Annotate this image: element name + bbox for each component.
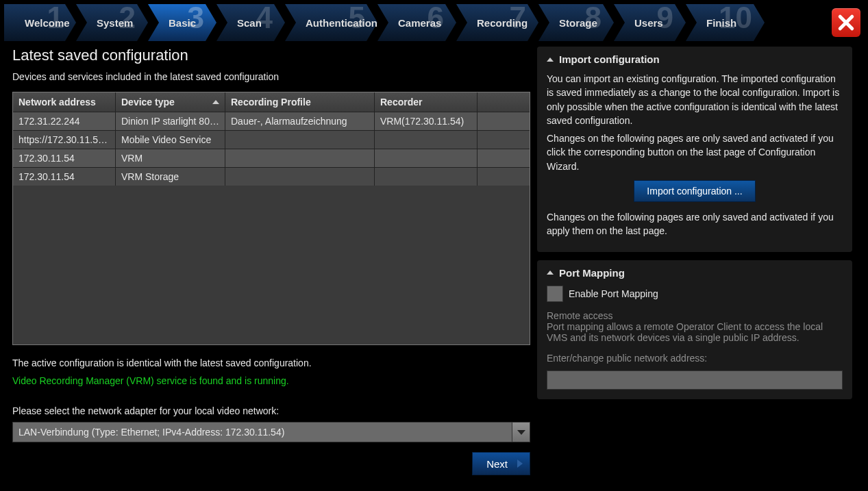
step-label: Scan — [237, 17, 262, 29]
status-identical: The active configuration is identical wi… — [12, 357, 530, 368]
col-recorder[interactable]: Recorder — [375, 92, 478, 112]
enable-port-mapping-label: Enable Port Mapping — [569, 288, 658, 299]
enable-port-mapping-checkbox[interactable] — [547, 286, 563, 302]
page-subtitle: Devices and services included in the lat… — [12, 71, 530, 82]
port-mapping-panel: Port Mapping Enable Port Mapping Remote … — [537, 260, 852, 399]
cell-addr: 172.31.22.244 — [13, 112, 116, 130]
adapter-select[interactable]: LAN-Verbindung (Type: Ethernet; IPv4-Add… — [12, 422, 530, 442]
close-button[interactable] — [832, 8, 860, 37]
adapter-label: Please select the network adapter for yo… — [12, 405, 530, 416]
remote-access-label: Remote access — [547, 310, 843, 321]
cell-pad — [478, 131, 493, 149]
step-label: Recording — [477, 17, 528, 29]
import-config-button[interactable]: Import configuration ... — [634, 180, 755, 202]
step-label: Welcome — [25, 17, 70, 29]
cell-type: VRM — [116, 149, 225, 167]
table-row[interactable]: 172.30.11.54VRM Storage — [13, 167, 530, 186]
import-desc-1: You can import an existing configuration… — [547, 72, 843, 127]
chevron-down-icon — [517, 430, 525, 435]
col-extra[interactable] — [478, 92, 493, 112]
next-button[interactable]: Next — [472, 452, 530, 475]
page-title: Latest saved configuration — [12, 47, 530, 64]
cell-pad — [478, 112, 493, 130]
step-label: Basic — [169, 17, 196, 29]
step-label: Storage — [559, 17, 597, 29]
step-label: System — [97, 17, 133, 29]
step-storage[interactable]: 8Storage — [538, 4, 614, 41]
step-system[interactable]: 2System — [76, 4, 148, 41]
public-address-label: Enter/change public network address: — [547, 353, 843, 364]
step-authentication[interactable]: 5Authentication — [285, 4, 377, 41]
table-row[interactable]: https://172.30.11.54/mvsMobile Video Ser… — [13, 130, 530, 149]
wizard-stepper: 1Welcome2System3Basic4Scan5Authenticatio… — [4, 4, 864, 41]
cell-pad — [478, 149, 493, 167]
chevron-up-icon — [547, 58, 554, 62]
cell-type: Dinion IP starlight 8000 M — [116, 112, 225, 130]
cell-type: VRM Storage — [116, 168, 225, 186]
public-address-input[interactable] — [547, 370, 843, 390]
cell-pad — [478, 168, 493, 186]
step-basic[interactable]: 3Basic — [148, 4, 216, 41]
cell-rec: VRM(172.30.11.54) — [375, 112, 478, 130]
table-header-row: Network address Device type Recording Pr… — [13, 92, 530, 112]
col-recording-profile[interactable]: Recording Profile — [225, 92, 375, 112]
cell-rec — [375, 149, 478, 167]
sort-asc-icon — [212, 100, 219, 104]
port-mapping-desc: Port mapping allows a remote Operator Cl… — [547, 321, 843, 343]
step-users[interactable]: 9Users — [614, 4, 686, 41]
cell-rec — [375, 168, 478, 186]
cell-addr: 172.30.11.54 — [13, 168, 116, 186]
cell-addr: 172.30.11.54 — [13, 149, 116, 167]
step-welcome[interactable]: 1Welcome — [4, 4, 76, 41]
import-desc-2: Changes on the following pages are only … — [547, 131, 843, 173]
cell-profile — [225, 168, 375, 186]
step-label: Authentication — [306, 17, 377, 29]
step-recording[interactable]: 7Recording — [456, 4, 538, 41]
table-row[interactable]: 172.31.22.244Dinion IP starlight 8000 MD… — [13, 112, 530, 130]
import-panel-header[interactable]: Import configuration — [547, 53, 843, 65]
adapter-dropdown-button[interactable] — [512, 423, 530, 442]
col-device-type[interactable]: Device type — [116, 92, 225, 112]
adapter-selected-value: LAN-Verbindung (Type: Ethernet; IPv4-Add… — [13, 427, 512, 438]
step-label: Users — [634, 17, 663, 29]
step-scan[interactable]: 4Scan — [216, 4, 285, 41]
cell-addr: https://172.30.11.54/mvs — [13, 131, 116, 149]
import-panel: Import configuration You can import an e… — [537, 47, 852, 252]
cell-profile — [225, 131, 375, 149]
table-row[interactable]: 172.30.11.54VRM — [13, 149, 530, 167]
step-cameras[interactable]: 6Cameras — [377, 4, 456, 41]
cell-type: Mobile Video Service — [116, 131, 225, 149]
import-desc-3: Changes on the following pages are only … — [547, 210, 843, 238]
cell-profile: Dauer-, Alarmaufzeichnung — [225, 112, 375, 130]
cell-profile — [225, 149, 375, 167]
step-label: Cameras — [398, 17, 441, 29]
port-panel-header[interactable]: Port Mapping — [547, 267, 843, 279]
cell-rec — [375, 131, 478, 149]
chevron-up-icon — [547, 270, 554, 275]
devices-table: Network address Device type Recording Pr… — [12, 92, 530, 345]
step-finish[interactable]: 10Finish — [686, 4, 765, 41]
col-network-address[interactable]: Network address — [13, 92, 116, 112]
step-label: Finish — [706, 17, 736, 29]
status-vrm-running: Video Recording Manager (VRM) service is… — [12, 375, 530, 386]
